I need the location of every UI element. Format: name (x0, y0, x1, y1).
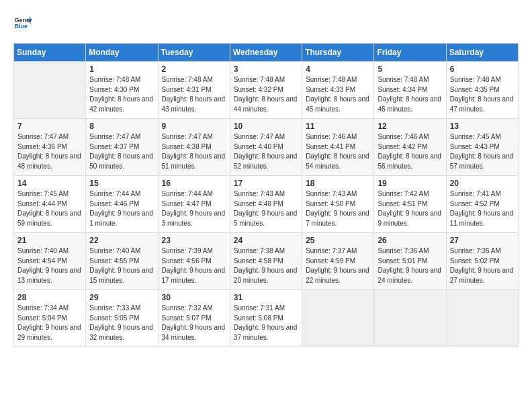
calendar-table: SundayMondayTuesdayWednesdayThursdayFrid… (13, 43, 519, 347)
calendar-cell (446, 290, 518, 347)
calendar-cell: 20Sunrise: 7:41 AMSunset: 4:52 PMDayligh… (446, 176, 518, 233)
calendar-cell: 29Sunrise: 7:33 AMSunset: 5:05 PMDayligh… (86, 290, 158, 347)
calendar-cell: 8Sunrise: 7:47 AMSunset: 4:37 PMDaylight… (86, 119, 158, 176)
calendar-cell (302, 290, 374, 347)
day-number: 17 (234, 179, 298, 188)
day-info: Sunrise: 7:47 AMSunset: 4:36 PMDaylight:… (17, 132, 82, 171)
calendar-cell: 15Sunrise: 7:44 AMSunset: 4:46 PMDayligh… (86, 176, 158, 233)
day-number: 30 (162, 293, 226, 302)
day-number: 6 (450, 64, 515, 74)
day-info: Sunrise: 7:48 AMSunset: 4:32 PMDaylight:… (234, 75, 298, 114)
day-number: 15 (89, 179, 154, 188)
day-info: Sunrise: 7:40 AMSunset: 4:54 PMDaylight:… (17, 246, 82, 285)
calendar-cell: 12Sunrise: 7:46 AMSunset: 4:42 PMDayligh… (374, 119, 446, 176)
calendar-cell: 1Sunrise: 7:48 AMSunset: 4:30 PMDaylight… (86, 62, 158, 119)
day-number: 7 (17, 122, 82, 131)
calendar-cell (14, 62, 86, 119)
calendar-cell: 19Sunrise: 7:42 AMSunset: 4:51 PMDayligh… (374, 176, 446, 233)
day-number: 28 (17, 293, 82, 302)
calendar-week-5: 28Sunrise: 7:34 AMSunset: 5:04 PMDayligh… (14, 290, 519, 347)
day-info: Sunrise: 7:39 AMSunset: 4:56 PMDaylight:… (162, 246, 226, 285)
day-number: 12 (378, 122, 442, 131)
calendar-cell: 7Sunrise: 7:47 AMSunset: 4:36 PMDaylight… (14, 119, 86, 176)
day-number: 8 (89, 122, 154, 131)
weekday-header-friday: Friday (374, 44, 446, 62)
calendar-cell: 25Sunrise: 7:37 AMSunset: 4:59 PMDayligh… (302, 233, 374, 290)
day-number: 22 (89, 236, 154, 245)
day-info: Sunrise: 7:33 AMSunset: 5:05 PMDaylight:… (89, 304, 154, 342)
day-number: 27 (450, 236, 515, 245)
day-number: 11 (306, 122, 370, 131)
day-number: 29 (89, 293, 154, 302)
calendar-week-3: 14Sunrise: 7:45 AMSunset: 4:44 PMDayligh… (14, 176, 519, 233)
calendar-week-1: 1Sunrise: 7:48 AMSunset: 4:30 PMDaylight… (14, 62, 519, 119)
weekday-header-tuesday: Tuesday (158, 44, 230, 62)
calendar-cell: 22Sunrise: 7:40 AMSunset: 4:55 PMDayligh… (86, 233, 158, 290)
day-number: 9 (162, 122, 226, 131)
logo: General Blue (13, 13, 32, 32)
day-info: Sunrise: 7:34 AMSunset: 5:04 PMDaylight:… (17, 304, 82, 342)
calendar-cell: 18Sunrise: 7:43 AMSunset: 4:50 PMDayligh… (302, 176, 374, 233)
day-info: Sunrise: 7:48 AMSunset: 4:35 PMDaylight:… (450, 75, 515, 114)
day-info: Sunrise: 7:32 AMSunset: 5:07 PMDaylight:… (162, 304, 226, 342)
day-number: 3 (234, 64, 298, 74)
logo-icon: General Blue (13, 13, 32, 32)
calendar-cell: 16Sunrise: 7:44 AMSunset: 4:47 PMDayligh… (158, 176, 230, 233)
day-info: Sunrise: 7:43 AMSunset: 4:48 PMDaylight:… (234, 189, 298, 228)
calendar-cell: 24Sunrise: 7:38 AMSunset: 4:58 PMDayligh… (230, 233, 302, 290)
weekday-header-saturday: Saturday (446, 44, 518, 62)
calendar-week-4: 21Sunrise: 7:40 AMSunset: 4:54 PMDayligh… (14, 233, 519, 290)
day-info: Sunrise: 7:48 AMSunset: 4:33 PMDaylight:… (306, 75, 370, 114)
day-number: 2 (162, 64, 226, 74)
day-info: Sunrise: 7:45 AMSunset: 4:44 PMDaylight:… (17, 189, 82, 228)
day-number: 10 (234, 122, 298, 131)
calendar-cell: 9Sunrise: 7:47 AMSunset: 4:38 PMDaylight… (158, 119, 230, 176)
day-info: Sunrise: 7:43 AMSunset: 4:50 PMDaylight:… (306, 189, 370, 228)
day-info: Sunrise: 7:47 AMSunset: 4:37 PMDaylight:… (89, 132, 154, 171)
day-number: 31 (234, 293, 298, 302)
day-number: 25 (306, 236, 370, 245)
day-info: Sunrise: 7:41 AMSunset: 4:52 PMDaylight:… (450, 189, 515, 228)
calendar-cell: 4Sunrise: 7:48 AMSunset: 4:33 PMDaylight… (302, 62, 374, 119)
day-info: Sunrise: 7:42 AMSunset: 4:51 PMDaylight:… (378, 189, 442, 228)
day-info: Sunrise: 7:46 AMSunset: 4:42 PMDaylight:… (378, 132, 442, 171)
calendar-cell: 23Sunrise: 7:39 AMSunset: 4:56 PMDayligh… (158, 233, 230, 290)
day-number: 24 (234, 236, 298, 245)
day-info: Sunrise: 7:46 AMSunset: 4:41 PMDaylight:… (306, 132, 370, 171)
day-number: 21 (17, 236, 82, 245)
weekday-header-monday: Monday (86, 44, 158, 62)
day-info: Sunrise: 7:48 AMSunset: 4:34 PMDaylight:… (378, 75, 442, 114)
calendar-cell: 28Sunrise: 7:34 AMSunset: 5:04 PMDayligh… (14, 290, 86, 347)
day-info: Sunrise: 7:37 AMSunset: 4:59 PMDaylight:… (306, 246, 370, 285)
day-info: Sunrise: 7:35 AMSunset: 5:02 PMDaylight:… (450, 246, 515, 285)
calendar-cell: 21Sunrise: 7:40 AMSunset: 4:54 PMDayligh… (14, 233, 86, 290)
day-info: Sunrise: 7:48 AMSunset: 4:31 PMDaylight:… (162, 75, 226, 114)
day-info: Sunrise: 7:31 AMSunset: 5:08 PMDaylight:… (234, 304, 298, 342)
header: General Blue (13, 13, 519, 32)
svg-text:Blue: Blue (14, 23, 28, 30)
day-info: Sunrise: 7:48 AMSunset: 4:30 PMDaylight:… (89, 75, 154, 114)
calendar-cell: 5Sunrise: 7:48 AMSunset: 4:34 PMDaylight… (374, 62, 446, 119)
day-number: 14 (17, 179, 82, 188)
calendar-cell: 30Sunrise: 7:32 AMSunset: 5:07 PMDayligh… (158, 290, 230, 347)
day-info: Sunrise: 7:45 AMSunset: 4:43 PMDaylight:… (450, 132, 515, 171)
calendar-cell (374, 290, 446, 347)
day-number: 20 (450, 179, 515, 188)
day-info: Sunrise: 7:47 AMSunset: 4:38 PMDaylight:… (162, 132, 226, 171)
calendar-cell: 3Sunrise: 7:48 AMSunset: 4:32 PMDaylight… (230, 62, 302, 119)
calendar-cell: 13Sunrise: 7:45 AMSunset: 4:43 PMDayligh… (446, 119, 518, 176)
day-number: 16 (162, 179, 226, 188)
calendar-cell: 27Sunrise: 7:35 AMSunset: 5:02 PMDayligh… (446, 233, 518, 290)
day-info: Sunrise: 7:36 AMSunset: 5:01 PMDaylight:… (378, 246, 442, 285)
day-info: Sunrise: 7:40 AMSunset: 4:55 PMDaylight:… (89, 246, 154, 285)
calendar-cell: 2Sunrise: 7:48 AMSunset: 4:31 PMDaylight… (158, 62, 230, 119)
weekday-header-sunday: Sunday (14, 44, 86, 62)
calendar-cell: 31Sunrise: 7:31 AMSunset: 5:08 PMDayligh… (230, 290, 302, 347)
day-number: 13 (450, 122, 515, 131)
weekday-header-thursday: Thursday (302, 44, 374, 62)
day-number: 1 (89, 64, 154, 74)
calendar-cell: 26Sunrise: 7:36 AMSunset: 5:01 PMDayligh… (374, 233, 446, 290)
day-number: 4 (306, 64, 370, 74)
day-number: 19 (378, 179, 442, 188)
calendar-cell: 11Sunrise: 7:46 AMSunset: 4:41 PMDayligh… (302, 119, 374, 176)
